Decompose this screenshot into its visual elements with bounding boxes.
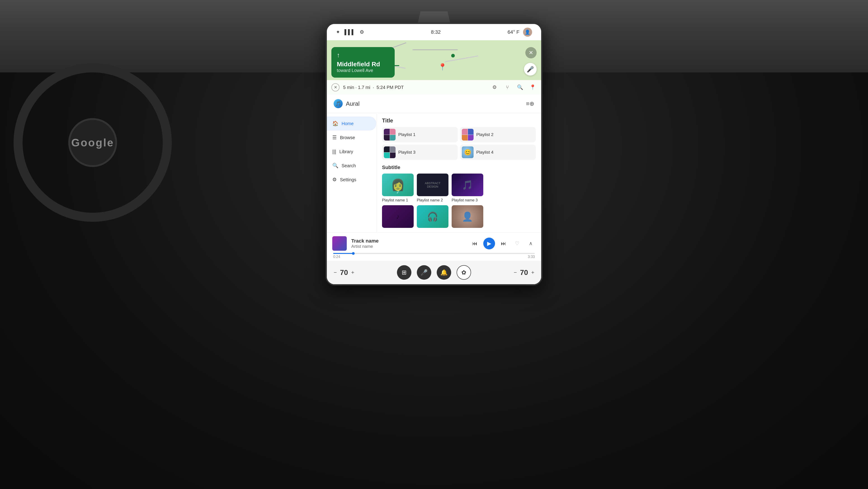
- phone-screen: ✦ ▌▌▌ ⚙ 8:32 64° F 👤 ↑ Middlefield Rd: [326, 23, 542, 286]
- now-playing-main: Track name Artist name ⏮ ▶ ⏭ ♡ ∧: [332, 236, 536, 251]
- playlist-large-item-6[interactable]: 👤: [452, 205, 483, 228]
- playlist-large-4-thumb: ♪: [382, 205, 414, 228]
- steering-wheel: Google: [13, 63, 172, 222]
- map-pin-icon: 📍: [438, 63, 447, 71]
- eta-close-button[interactable]: ✕: [331, 83, 340, 91]
- sidebar-settings-label: Settings: [340, 177, 356, 182]
- map-mic-button[interactable]: 🎤: [524, 63, 537, 76]
- progress-bar[interactable]: [333, 253, 535, 254]
- search-icon: 🔍: [332, 163, 338, 169]
- phone-screen-container: ✦ ▌▌▌ ⚙ 8:32 64° F 👤 ↑ Middlefield Rd: [326, 23, 542, 286]
- navigation-card: ↑ Middlefield Rd toward Lowell Ave: [331, 47, 395, 78]
- skip-back-button[interactable]: ⏮: [470, 238, 480, 249]
- playlist-item-2[interactable]: Playlist 2: [460, 127, 536, 142]
- eta-bar: ✕ 5 min · 1.7 mi · 5:24 PM PDT ⚙ ⑂ 🔍 📍: [327, 80, 541, 94]
- playlist-3-thumb-grid: [384, 146, 396, 158]
- playlist-1-name: Playlist 1: [398, 132, 415, 137]
- playlist-item-3[interactable]: Playlist 3: [382, 145, 458, 160]
- volume-left-minus[interactable]: −: [334, 269, 337, 276]
- nav-toward: toward Lowell Ave: [337, 68, 389, 73]
- now-playing-controls: ⏮ ▶ ⏭ ♡ ∧: [470, 238, 536, 249]
- progress-fill: [333, 253, 353, 254]
- sidebar-search-label: Search: [342, 163, 356, 168]
- settings-center-button[interactable]: ✿: [457, 265, 471, 280]
- eta-search-icon[interactable]: 🔍: [516, 83, 524, 91]
- app-name: Aural: [346, 100, 523, 107]
- sidebar-home-label: Home: [342, 121, 353, 126]
- playlist-large-item-3[interactable]: 🎵 Playlist name 3: [452, 174, 483, 203]
- avatar[interactable]: 👤: [523, 28, 532, 37]
- volume-right-minus[interactable]: −: [514, 269, 517, 276]
- playlist-item-4[interactable]: 😊 Playlist 4: [460, 145, 536, 160]
- thumb-cell: [384, 129, 390, 135]
- like-button[interactable]: ♡: [512, 238, 522, 249]
- playlist-1-thumb-grid: [384, 129, 396, 141]
- playlist-large-item-5[interactable]: 🎧: [417, 205, 448, 228]
- playlist-item-1[interactable]: Playlist 1: [382, 127, 458, 142]
- app-header: 🎵 Aural ≡⊕: [327, 94, 541, 113]
- nav-street: Middlefield Rd: [337, 61, 389, 68]
- eta-time: 5:24 PM PDT: [377, 85, 404, 90]
- signal-icon: ▌▌▌: [344, 29, 355, 35]
- status-right: 64° F 👤: [507, 28, 532, 37]
- bell-button[interactable]: 🔔: [437, 265, 451, 280]
- eta-info: 5 min · 1.7 mi · 5:24 PM PDT: [343, 85, 487, 90]
- playlist-grid-large-row2: ♪ 🎧 👤: [382, 205, 536, 228]
- playlist-4-name: Playlist 4: [476, 150, 493, 155]
- now-playing-bar: Track name Artist name ⏮ ▶ ⏭ ♡ ∧: [327, 232, 541, 261]
- playlist-large-item-1[interactable]: 👩 Playlist name 1: [382, 174, 414, 203]
- sidebar-item-search[interactable]: 🔍 Search: [327, 159, 376, 173]
- library-icon: |||: [332, 149, 336, 154]
- skip-forward-button[interactable]: ⏭: [499, 238, 508, 249]
- playlist-grid-large-row1: 👩 Playlist name 1 ABSTRACTDESIGN Playlis…: [382, 174, 536, 203]
- settings-icon: ⚙: [360, 29, 364, 35]
- playlist-large-5-thumb: 🎧: [417, 205, 448, 228]
- playlist-large-item-4[interactable]: ♪: [382, 205, 414, 228]
- playlist-large-1-thumb: 👩: [382, 174, 414, 196]
- volume-right-plus[interactable]: +: [531, 269, 534, 276]
- play-pause-button[interactable]: ▶: [483, 238, 495, 249]
- volume-left-control: − 70 +: [334, 268, 354, 277]
- playlist-large-item-2[interactable]: ABSTRACTDESIGN Playlist name 2: [417, 174, 448, 203]
- app-logo: 🎵: [334, 99, 343, 108]
- progress-current: 0:24: [333, 255, 340, 259]
- thumb-cell: [390, 135, 396, 141]
- map-section: ↑ Middlefield Rd toward Lowell Ave ✕ 🎤 📍…: [327, 40, 541, 94]
- browse-icon: ☰: [332, 135, 337, 141]
- center-controls: ⊞ 🎤 🔔 ✿: [397, 265, 471, 280]
- playlist-large-3-thumb: 🎵: [452, 174, 483, 196]
- playlist-large-2-name: Playlist name 2: [417, 198, 448, 203]
- eta-settings-icon[interactable]: ⚙: [491, 83, 499, 91]
- sidebar-item-settings[interactable]: ⚙ Settings: [327, 173, 376, 187]
- playlist-large-1-name: Playlist name 1: [382, 198, 414, 203]
- eta-fork-icon[interactable]: ⑂: [503, 83, 511, 91]
- now-playing-thumbnail: [332, 236, 347, 251]
- volume-left-plus[interactable]: +: [351, 269, 354, 276]
- settings-sidebar-icon: ⚙: [332, 177, 337, 182]
- playlist-3-name: Playlist 3: [398, 150, 415, 155]
- thumb-cell: [390, 152, 396, 159]
- home-icon: 🏠: [332, 121, 338, 126]
- bottom-controls: − 70 + ⊞ 🎤 🔔 ✿ − 70 +: [327, 261, 541, 284]
- progress-container: 0:24 3:33: [332, 253, 536, 259]
- thumb-cell: [390, 129, 396, 135]
- sidebar-item-library[interactable]: ||| Library: [327, 145, 376, 159]
- queue-icon[interactable]: ≡⊕: [526, 100, 534, 107]
- map-destination-dot: [451, 54, 455, 57]
- playlist-4-thumb: 😊: [462, 146, 473, 158]
- playlist-3-thumb: [384, 146, 396, 158]
- grid-button[interactable]: ⊞: [397, 265, 411, 280]
- main-content: 🏠 Home ☰ Browse ||| Library 🔍 Search: [327, 113, 541, 232]
- thumb-cell: [468, 135, 474, 141]
- eta-controls: ⚙ ⑂ 🔍 📍: [491, 83, 537, 91]
- eta-distance: 5 min · 1.7 mi: [343, 85, 370, 90]
- playlist-2-thumb: [462, 129, 473, 141]
- sidebar-item-browse[interactable]: ☰ Browse: [327, 131, 376, 145]
- expand-button[interactable]: ∧: [526, 238, 536, 249]
- nav-close-button[interactable]: ✕: [525, 47, 537, 58]
- status-time: 8:32: [431, 29, 441, 35]
- eta-location-icon[interactable]: 📍: [528, 83, 537, 91]
- now-playing-track: Track name: [351, 238, 465, 244]
- mic-button[interactable]: 🎤: [417, 265, 431, 280]
- sidebar-item-home[interactable]: 🏠 Home: [327, 117, 376, 131]
